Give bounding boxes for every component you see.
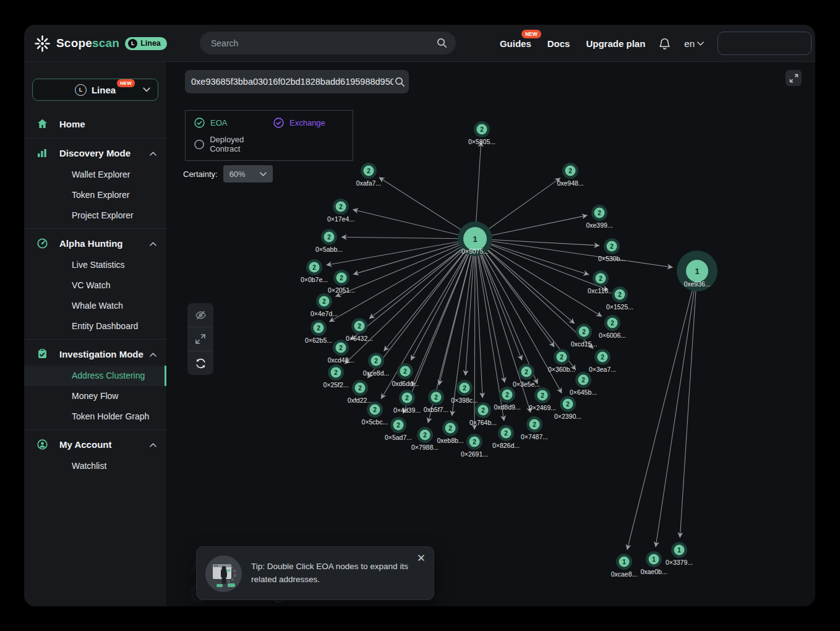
- graph-node-seb8b[interactable]: 20xeb8b...: [437, 420, 463, 444]
- sidebar-header-my-account[interactable]: My Account: [24, 432, 166, 456]
- graph-node-lcae8[interactable]: 10xcae8...: [611, 554, 638, 578]
- svg-text:2: 2: [581, 377, 585, 384]
- graph-node-s360b[interactable]: 20×360b...: [548, 349, 575, 373]
- sidebar-header-home[interactable]: Home: [24, 112, 166, 135]
- close-icon[interactable]: ✕: [417, 553, 426, 564]
- graph-node-hub[interactable]: 10×5075...: [458, 221, 492, 256]
- sidebar-header-alpha-hunting[interactable]: Alpha Hunting: [24, 231, 166, 255]
- topbar-link-upgrade-plan[interactable]: Upgrade plan: [586, 38, 645, 49]
- graph-node-s25f2[interactable]: 20×25f2...: [323, 364, 348, 388]
- sidebar-item-token-holder-graph[interactable]: Token Holder Graph: [24, 406, 166, 427]
- graph-node-sce8d[interactable]: 20xce8d...: [363, 353, 390, 377]
- graph-node-s530b[interactable]: 20×530b...: [598, 238, 625, 262]
- graph-node-s764b[interactable]: 20×764b...: [469, 402, 497, 426]
- graph-node-s2051[interactable]: 20×2051...: [328, 270, 355, 294]
- sidebar-item-whale-watch[interactable]: Whale Watch: [24, 296, 166, 316]
- topbar-link-docs[interactable]: Docs: [547, 38, 570, 49]
- svg-text:2: 2: [423, 432, 427, 439]
- graph-node-s5abb[interactable]: 20×5abb...: [315, 229, 343, 253]
- sidebar-header-discovery-mode[interactable]: Discovery Mode: [24, 141, 166, 165]
- sidebar-item-money-flow[interactable]: Money Flow: [24, 386, 166, 406]
- graph-node-label: 0×1525...: [606, 303, 633, 311]
- address-input[interactable]: [185, 77, 395, 87]
- graph-node-s5ad7[interactable]: 20×5ad7...: [385, 417, 412, 441]
- graph-node-label: 0xcd15...: [571, 340, 598, 348]
- svg-text:2: 2: [610, 243, 614, 250]
- sidebar-item-entity-dashboard[interactable]: Entity Dashboard: [24, 316, 166, 337]
- graph-node-s6432[interactable]: 20×6432...: [346, 318, 373, 342]
- svg-text:2: 2: [339, 345, 343, 351]
- expand-graph-button[interactable]: [187, 327, 213, 351]
- hide-nodes-button[interactable]: [187, 303, 213, 327]
- svg-text:2: 2: [403, 368, 407, 375]
- language-selector[interactable]: en: [684, 38, 704, 49]
- svg-text:2: 2: [525, 369, 528, 376]
- graph-node-label: 0×6432...: [346, 335, 373, 342]
- graph-node-sb5f7[interactable]: 20xb5f7...: [424, 389, 448, 413]
- notifications-bell-icon[interactable]: [659, 37, 671, 49]
- graph-node-sfd22[interactable]: 20xfd22...: [348, 380, 372, 404]
- graph-node-s826d[interactable]: 20×826d...: [492, 425, 520, 449]
- fullscreen-button[interactable]: [786, 70, 802, 86]
- topbar-link-guides[interactable]: GuidesNEW: [500, 38, 531, 49]
- graph-node-s5cbc[interactable]: 20×5cbc...: [362, 401, 388, 426]
- graph-node-s645b[interactable]: 20×645b...: [570, 372, 597, 396]
- graph-node-s4e7d[interactable]: 20×4e7d...: [311, 293, 338, 317]
- graph-node-label: 0xcd48...: [328, 356, 354, 364]
- graph-node-lae0b[interactable]: 10xae0b...: [640, 551, 667, 575]
- wallet-connect-button[interactable]: [718, 32, 812, 55]
- sidebar-item-watchlist[interactable]: Watchlist: [24, 456, 166, 476]
- search-icon[interactable]: [395, 77, 405, 87]
- refresh-graph-button[interactable]: [187, 351, 213, 375]
- sidebar-item-token-explorer[interactable]: Token Explorer: [24, 185, 166, 205]
- sidebar-item-live-statistics[interactable]: Live Statistics: [24, 255, 166, 275]
- legend-item-deployed-contract[interactable]: Deployed Contract: [194, 135, 273, 153]
- sidebar-item-address-clustering[interactable]: Address Clustering: [24, 366, 166, 386]
- sidebar-item-project-explorer[interactable]: Project Explorer: [24, 205, 166, 226]
- search-input[interactable]: [200, 38, 437, 48]
- graph-node-sd8d9[interactable]: 20xd8d9...: [494, 387, 520, 411]
- graph-node-se399[interactable]: 20xe399...: [586, 205, 612, 229]
- graph-edge: [327, 239, 475, 265]
- graph-node-s6006[interactable]: 20×6006...: [599, 315, 626, 339]
- graph-node-label: 0×2691...: [461, 450, 488, 458]
- graph-node-l3379[interactable]: 10×3379...: [666, 542, 693, 566]
- sidebar-header-investigation-mode[interactable]: Investigation Mode: [24, 342, 166, 366]
- graph-node-label: 0×5805...: [468, 138, 495, 145]
- graph-node-s7988[interactable]: 20×7988...: [411, 427, 439, 451]
- graph-node-e936[interactable]: 10xe936...: [677, 251, 718, 291]
- graph-node-sc116[interactable]: 20xc116...: [588, 270, 614, 294]
- sidebar-item-wallet-explorer[interactable]: Wallet Explorer: [24, 165, 166, 185]
- graph-node-label: 0xcae8...: [611, 570, 638, 578]
- svg-text:2: 2: [568, 168, 572, 174]
- graph-node-label: 0xd8d9...: [494, 403, 520, 411]
- refresh-icon: [195, 358, 207, 369]
- graph-node-sd6dd[interactable]: 20xd6dd...: [392, 363, 418, 387]
- graph-node-se948[interactable]: 20xe948...: [557, 163, 583, 187]
- graph-node-s4d39[interactable]: 20×4d39...: [393, 390, 421, 414]
- graph-node-s5805[interactable]: 20×5805...: [468, 121, 495, 145]
- legend-item-eoa[interactable]: EOA: [194, 118, 273, 128]
- network-selector[interactable]: L LineaNEW: [32, 79, 158, 101]
- graph-node-s0b7e[interactable]: 20×0b7e...: [301, 259, 328, 283]
- graph-node-s62b5[interactable]: 20×62b5...: [305, 320, 332, 344]
- compass-icon: [36, 238, 48, 249]
- graph-node-s2691[interactable]: 20×2691...: [461, 434, 488, 458]
- graph-node-s3e5e[interactable]: 20×3e5e...: [513, 364, 540, 388]
- graph-node-label: 0×62b5...: [305, 337, 332, 344]
- sidebar-item-vc-watch[interactable]: VC Watch: [24, 275, 166, 296]
- graph-node-scd15[interactable]: 20xcd15...: [571, 324, 598, 348]
- svg-text:2: 2: [601, 354, 604, 361]
- graph-node-s7487[interactable]: 20×7487...: [521, 416, 548, 440]
- graph-node-s2390[interactable]: 20×2390...: [554, 396, 581, 420]
- graph-node-s2469[interactable]: 20×2469...: [529, 387, 556, 411]
- graph-node-label: 0×4e7d...: [311, 310, 338, 317]
- graph-edge: [381, 239, 475, 399]
- graph-node-label: 0xe948...: [557, 179, 583, 187]
- graph-node-s17e4[interactable]: 20×17e4...: [327, 199, 354, 223]
- legend-item-exchange[interactable]: Exchange: [273, 118, 353, 128]
- graph-node-s3ea7[interactable]: 20×3ea7...: [589, 349, 616, 373]
- certainty-select[interactable]: 60%: [223, 165, 273, 182]
- graph-node-safa7[interactable]: 20xafa7...: [356, 163, 381, 187]
- scopescan-logo-icon: [34, 35, 51, 52]
